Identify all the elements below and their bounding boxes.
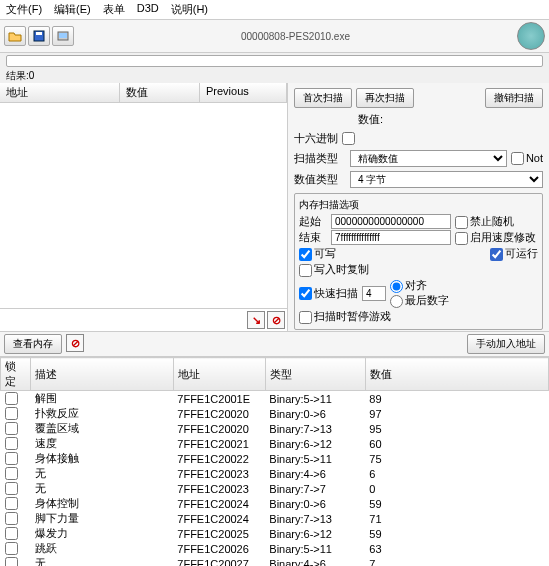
col-address[interactable]: 地址	[0, 83, 120, 102]
cell-desc: 无	[31, 481, 174, 496]
table-row[interactable]: 爆发力7FFE1C20025Binary:6->1259	[1, 526, 549, 541]
menu-edit[interactable]: 编辑(E)	[54, 2, 91, 17]
lock-checkbox[interactable]	[5, 392, 18, 405]
lock-checkbox[interactable]	[5, 557, 18, 566]
pause-option[interactable]: 扫描时暂停游戏	[299, 309, 391, 324]
stop-icon: ⊘	[71, 337, 80, 350]
pause-checkbox[interactable]	[299, 311, 312, 324]
results-list[interactable]	[0, 103, 287, 308]
cell-addr: 7FFE1C20020	[173, 406, 265, 421]
cell-desc: 无	[31, 466, 174, 481]
cell-value: 0	[365, 481, 548, 496]
table-row[interactable]: 身体接触7FFE1C20022Binary:5->1175	[1, 451, 549, 466]
value-type-select[interactable]: 4 字节	[350, 171, 543, 188]
results-header: 地址 数值 Previous	[0, 83, 287, 103]
table-row[interactable]: 无7FFE1C20023Binary:4->66	[1, 466, 549, 481]
add-manual-button[interactable]: 手动加入地址	[467, 334, 545, 354]
deny-random-option[interactable]: 禁止随机	[455, 214, 514, 229]
svg-rect-3	[59, 33, 67, 38]
fast-scan-value[interactable]	[362, 286, 386, 301]
address-table[interactable]: 锁定 描述 地址 类型 数值 解围7FFE1C2001EBinary:5->11…	[0, 357, 549, 566]
start-input[interactable]	[331, 214, 451, 229]
end-input[interactable]	[331, 230, 451, 245]
align-radio[interactable]	[390, 280, 403, 293]
menu-d3d[interactable]: D3D	[137, 2, 159, 17]
table-row[interactable]: 覆盖区域7FFE1C20020Binary:7->1395	[1, 421, 549, 436]
writable-checkbox[interactable]	[299, 248, 312, 261]
progress-bar	[6, 55, 543, 67]
save-button[interactable]	[28, 26, 50, 46]
table-row[interactable]: 跳跃7FFE1C20026Binary:5->1163	[1, 541, 549, 556]
cell-value: 6	[365, 466, 548, 481]
col-previous[interactable]: Previous	[200, 83, 287, 102]
table-row[interactable]: 速度7FFE1C20021Binary:6->1260	[1, 436, 549, 451]
hex-checkbox[interactable]	[342, 132, 355, 145]
lock-checkbox[interactable]	[5, 422, 18, 435]
lock-checkbox[interactable]	[5, 467, 18, 480]
scan-panel: 首次扫描 再次扫描 撤销扫描 数值: 十六进制 扫描类型 精确数值 Not 数值…	[288, 83, 549, 331]
deny-random-checkbox[interactable]	[455, 216, 468, 229]
not-checkbox[interactable]	[511, 152, 524, 165]
runnable-checkbox[interactable]	[490, 248, 503, 261]
svg-rect-1	[36, 32, 42, 35]
open-button[interactable]	[4, 26, 26, 46]
cell-desc: 身体接触	[31, 451, 174, 466]
speed-mod-checkbox[interactable]	[455, 232, 468, 245]
first-scan-button[interactable]: 首次扫描	[294, 88, 352, 108]
menu-help[interactable]: 说明(H)	[171, 2, 208, 17]
table-row[interactable]: 身体控制7FFE1C20024Binary:0->659	[1, 496, 549, 511]
process-button[interactable]	[52, 26, 74, 46]
cell-type: Binary:4->6	[265, 466, 365, 481]
last-digit-radio[interactable]	[390, 295, 403, 308]
lock-checkbox[interactable]	[5, 542, 18, 555]
th-type[interactable]: 类型	[265, 358, 365, 391]
lock-checkbox[interactable]	[5, 437, 18, 450]
view-memory-button[interactable]: 查看内存	[4, 334, 62, 354]
runnable-option[interactable]: 可运行	[490, 246, 538, 261]
cell-desc: 速度	[31, 436, 174, 451]
process-title: 00000808-PES2010.exe	[76, 31, 515, 42]
fast-scan-checkbox[interactable]	[299, 287, 312, 300]
table-row[interactable]: 脚下力量7FFE1C20024Binary:7->1371	[1, 511, 549, 526]
table-row[interactable]: 扑救反应7FFE1C20020Binary:0->697	[1, 406, 549, 421]
th-lock[interactable]: 锁定	[1, 358, 31, 391]
last-digit-option[interactable]: 最后数字	[390, 294, 449, 306]
cell-desc: 脚下力量	[31, 511, 174, 526]
table-row[interactable]: 无7FFE1C20023Binary:7->70	[1, 481, 549, 496]
th-desc[interactable]: 描述	[31, 358, 174, 391]
fast-scan-option[interactable]: 快速扫描	[299, 286, 358, 301]
rescan-button[interactable]: 再次扫描	[356, 88, 414, 108]
lock-checkbox[interactable]	[5, 407, 18, 420]
stop-button[interactable]: ⊘	[66, 334, 84, 352]
copy-on-write-checkbox[interactable]	[299, 264, 312, 277]
clear-icon: ↘	[252, 314, 261, 327]
settings-gear-icon[interactable]	[517, 22, 545, 50]
clear-button[interactable]: ↘	[247, 311, 265, 329]
speed-mod-option[interactable]: 启用速度修改	[455, 230, 536, 245]
table-row[interactable]: 解围7FFE1C2001EBinary:5->1189	[1, 391, 549, 407]
scan-type-select[interactable]: 精确数值	[350, 150, 507, 167]
cell-type: Binary:5->11	[265, 541, 365, 556]
writable-option[interactable]: 可写	[299, 246, 336, 261]
lock-checkbox[interactable]	[5, 482, 18, 495]
table-row[interactable]: 无7FFE1C20027Binary:4->67	[1, 556, 549, 566]
delete-button[interactable]: ⊘	[267, 311, 285, 329]
lock-checkbox[interactable]	[5, 512, 18, 525]
lock-checkbox[interactable]	[5, 497, 18, 510]
align-option[interactable]: 对齐	[390, 279, 427, 291]
th-value[interactable]: 数值	[365, 358, 548, 391]
mid-toolbar: 查看内存 ⊘ 手动加入地址	[0, 331, 549, 357]
col-value[interactable]: 数值	[120, 83, 200, 102]
menu-table[interactable]: 表单	[103, 2, 125, 17]
menu-file[interactable]: 文件(F)	[6, 2, 42, 17]
lock-checkbox[interactable]	[5, 527, 18, 540]
copy-on-write-option[interactable]: 写入时复制	[299, 262, 369, 277]
lock-checkbox[interactable]	[5, 452, 18, 465]
cell-addr: 7FFE1C20023	[173, 466, 265, 481]
cell-addr: 7FFE1C2001E	[173, 391, 265, 407]
value-type-label: 数值类型	[294, 172, 346, 187]
th-addr[interactable]: 地址	[173, 358, 265, 391]
memory-scan-fieldset: 内存扫描选项 起始禁止随机 结束启用速度修改 可写可运行 写入时复制 快速扫描 …	[294, 193, 543, 330]
undo-scan-button[interactable]: 撤销扫描	[485, 88, 543, 108]
not-option[interactable]: Not	[511, 152, 543, 166]
